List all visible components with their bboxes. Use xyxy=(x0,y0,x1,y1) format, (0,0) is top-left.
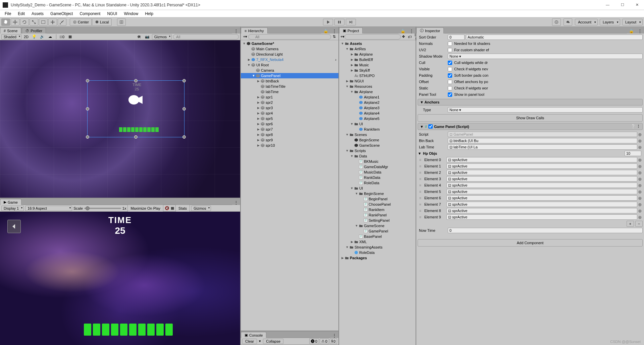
tree-item-choosepanel[interactable]: #ChoosePanel xyxy=(339,202,416,207)
tree-item-airplane4[interactable]: Airplane4 xyxy=(339,111,416,116)
pivot-local-toggle[interactable]: Local xyxy=(92,18,112,26)
scene-view[interactable]: TIME25 xyxy=(0,40,240,198)
layout-dropdown[interactable]: Layout xyxy=(622,19,643,25)
expand-arrow[interactable]: ▶ xyxy=(350,58,354,61)
object-picker-icon[interactable]: ◎ xyxy=(637,132,643,137)
tree-item-airplane5[interactable]: Airplane5 xyxy=(339,116,416,121)
hierarchy-create-button[interactable]: +▾ xyxy=(242,34,248,39)
hp-objs-size[interactable]: 10 xyxy=(625,151,641,156)
tree-item-btnback[interactable]: ▶btnBack xyxy=(241,78,338,84)
expand-arrow[interactable]: ▼ xyxy=(252,74,256,77)
object-field[interactable]: ⊡ GamePanel xyxy=(448,132,637,137)
expand-arrow[interactable]: ▶ xyxy=(345,79,349,83)
object-field[interactable]: ⊡ sprActive xyxy=(446,157,637,162)
expand-arrow[interactable]: ▶ xyxy=(256,122,260,126)
tree-item-scenes[interactable]: ▼Scenes xyxy=(339,132,416,137)
tree-item-spr4[interactable]: ▶spr4 xyxy=(241,111,338,116)
object-picker-icon[interactable]: ◎ xyxy=(637,209,643,213)
tree-item-spr8[interactable]: ▶spr8 xyxy=(241,132,338,137)
tree-item-xml[interactable]: ▶XML xyxy=(339,239,416,245)
expand-arrow[interactable]: ▶ xyxy=(256,117,260,120)
snap-toggle[interactable] xyxy=(117,18,126,26)
tree-item-ui-root[interactable]: ▼UI Root xyxy=(241,62,338,68)
tree-item-ui[interactable]: ▼UI xyxy=(339,186,416,191)
tree-item-packages[interactable]: ▶Packages xyxy=(339,255,416,261)
tree-item-rankdata[interactable]: #RankData xyxy=(339,175,416,180)
drag-handle-icon[interactable]: ≡ xyxy=(418,202,423,206)
project-create-button[interactable]: +▾ xyxy=(340,34,344,39)
console-info-filter[interactable]: ℹ0 xyxy=(330,338,337,344)
cloud-button[interactable] xyxy=(564,18,572,26)
tree-item-gamescene[interactable]: ▼GameScene xyxy=(339,223,416,228)
tree-item-data[interactable]: ▼Data xyxy=(339,153,416,159)
maximize-button[interactable]: ☐ xyxy=(618,1,627,8)
account-dropdown[interactable]: Account xyxy=(575,19,598,25)
object-field[interactable]: ⊡ sprActive xyxy=(446,176,637,182)
expand-arrow[interactable]: ▶ xyxy=(256,95,260,99)
object-picker-icon[interactable]: ◎ xyxy=(637,139,643,143)
grid-toggle-icon[interactable]: ▦ xyxy=(67,34,73,40)
console-clear-button[interactable]: Clear xyxy=(242,339,257,344)
tree-item-airplane3[interactable]: Airplane3 xyxy=(339,105,416,111)
expand-arrow[interactable]: ▼ xyxy=(345,133,349,136)
tab-console[interactable]: ▣Console xyxy=(241,332,266,338)
object-field[interactable]: ⊡ sprActive xyxy=(446,183,637,188)
script-enabled-checkbox[interactable] xyxy=(428,124,433,129)
console-error-filter[interactable]: ⓿0 xyxy=(309,338,319,344)
play-button[interactable] xyxy=(323,19,333,25)
collab-button[interactable] xyxy=(552,18,561,26)
object-picker-icon[interactable]: ◎ xyxy=(637,215,643,219)
expand-arrow[interactable]: ▶ xyxy=(256,79,260,83)
inspector-tab-menu[interactable]: ⋮ xyxy=(636,29,644,33)
drag-handle-icon[interactable]: ≡ xyxy=(418,209,423,213)
expand-arrow[interactable]: ▶ xyxy=(350,63,354,67)
tree-item-beginpanel[interactable]: #BeginPanel xyxy=(339,196,416,202)
hierarchy-tree[interactable]: ▼GameScene*Main CameraDirectional Light▶… xyxy=(241,40,338,331)
expand-arrow[interactable]: ▼ xyxy=(345,246,349,249)
display-dropdown[interactable]: Display 1 xyxy=(1,206,24,211)
tree-item-main-camera[interactable]: Main Camera xyxy=(241,46,338,52)
shading-mode-dropdown[interactable]: Shaded xyxy=(1,34,21,40)
drag-handle-icon[interactable]: ≡ xyxy=(418,196,423,200)
prop-checkbox[interactable] xyxy=(448,67,452,71)
tree-item-labtime[interactable]: labTime xyxy=(241,89,338,94)
tree-item-airplane2[interactable]: Airplane2 xyxy=(339,100,416,105)
game-tab-menu[interactable]: ⋮ xyxy=(232,200,240,205)
object-field[interactable]: ⊡ labTime (UI La xyxy=(448,144,637,150)
tree-item-beginscene[interactable]: BeginScene xyxy=(339,137,416,143)
minimize-button[interactable]: — xyxy=(603,1,612,8)
tree-item-rankitem[interactable]: RankItem xyxy=(339,127,416,132)
prop-checkbox[interactable] xyxy=(448,92,452,97)
console-tab-menu[interactable]: ⋮ xyxy=(330,333,338,338)
tab-profiler[interactable]: ⏱Profiler xyxy=(22,27,46,33)
tree-item-musicdata[interactable]: #MusicData xyxy=(339,169,416,175)
stats-icon[interactable]: ▦ xyxy=(171,206,174,210)
object-field[interactable]: ⊡ sprActive xyxy=(446,214,637,220)
expand-arrow[interactable]: ▶ xyxy=(256,128,260,131)
tab-game[interactable]: ▶Game xyxy=(0,199,21,205)
expand-arrow[interactable]: ▶ xyxy=(350,69,354,72)
object-picker-icon[interactable]: ◎ xyxy=(637,170,643,175)
object-picker-icon[interactable]: ◎ xyxy=(637,183,643,188)
object-field[interactable]: ⊡ sprActive xyxy=(446,170,637,175)
menu-assets[interactable]: Assets xyxy=(28,10,47,17)
tree-item-7-rfx-nebula4[interactable]: ▶7_RFX_Nebula4› xyxy=(241,57,338,62)
tree-item-streamingassets[interactable]: ▼StreamingAssets xyxy=(339,245,416,250)
object-field[interactable]: ⊡ sprActive xyxy=(446,195,637,201)
rect-tool[interactable] xyxy=(39,18,48,26)
prop-field[interactable]: 0 xyxy=(448,34,465,40)
game-back-button[interactable] xyxy=(7,220,21,233)
object-picker-icon[interactable]: ◎ xyxy=(637,190,643,194)
object-field[interactable]: ⊡ sprActive xyxy=(446,202,637,207)
step-button[interactable] xyxy=(346,19,356,25)
tree-item-airplane1[interactable]: Airplane1 xyxy=(339,94,416,100)
object-field[interactable]: ⊡ sprActive xyxy=(446,189,637,194)
tree-item-airplane[interactable]: ▼Airplane xyxy=(339,89,416,94)
prop-checkbox[interactable] xyxy=(448,48,452,52)
game-view[interactable]: TIME 25 xyxy=(0,212,240,345)
tree-item-gamedatamgr[interactable]: #GameDataMgr xyxy=(339,164,416,169)
hierarchy-tab-menu[interactable]: ⋮ xyxy=(330,29,338,33)
prop-dropdown[interactable]: None ▾ xyxy=(448,54,643,59)
camera-gizmo-icon[interactable] xyxy=(127,94,144,106)
menu-gameobject[interactable]: GameObject xyxy=(47,10,76,17)
